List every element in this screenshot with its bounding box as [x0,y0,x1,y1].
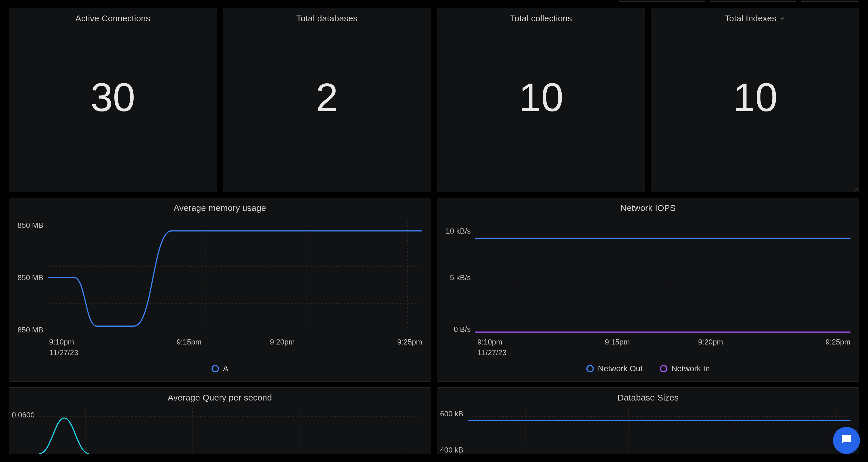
legend-item-a[interactable]: A [212,364,228,373]
stat-value: 10 [519,74,564,121]
stat-panel-total-indexes[interactable]: Total Indexes 10 [651,8,859,192]
stat-title: Active Connections [9,8,217,26]
chart-plot-iops[interactable] [475,222,850,334]
chart-title: Average memory usage [9,198,431,216]
y-axis: 600 kB 400 kB [440,408,468,454]
chat-icon [840,433,853,448]
legend-item-network-out[interactable]: Network Out [586,364,643,373]
chart-row-2: Average Query per second 0.0600 [9,387,859,454]
chart-panel-dbsize[interactable]: Database Sizes 600 kB 400 kB [437,387,859,454]
legend-swatch-icon [660,365,668,372]
y-axis: 10 kB/s 5 kB/s 0 B/s [446,222,475,334]
chart-panel-qps[interactable]: Average Query per second 0.0600 [9,387,431,454]
x-axis: 9:10pm11/27/23 9:15pm 9:20pm 9:25pm [446,338,850,357]
stat-value: 10 [733,74,778,121]
toolbar [9,0,859,2]
chat-button[interactable] [833,427,860,454]
x-axis: 9:10pm11/27/23 9:15pm 9:20pm 9:25pm [18,338,422,357]
chevron-down-icon[interactable] [779,15,785,22]
legend: Network Out Network In [446,357,850,381]
legend-swatch-icon [586,365,594,372]
stat-panel-total-collections[interactable]: Total collections 10 [437,8,645,192]
chart-plot-qps[interactable] [39,408,422,454]
chart-panel-memory[interactable]: Average memory usage 850 MB 850 MB 850 M… [9,198,431,382]
stat-value: 30 [91,74,135,121]
stat-panel-active-connections[interactable]: Active Connections 30 [9,8,217,192]
stat-panel-total-databases[interactable]: Total databases 2 [223,8,431,192]
toolbar-slot-2[interactable] [710,0,796,2]
chart-panel-iops[interactable]: Network IOPS 10 kB/s 5 kB/s 0 B/s [437,198,859,382]
chart-plot-memory[interactable] [48,222,422,334]
chart-title: Network IOPS [437,198,859,216]
stat-value: 2 [316,74,338,121]
chart-row-1: Average memory usage 850 MB 850 MB 850 M… [9,198,859,382]
y-axis: 850 MB 850 MB 850 MB [18,222,48,334]
chart-title: Database Sizes [437,388,859,405]
legend: A [18,357,422,381]
stat-title: Total collections [437,8,645,26]
stat-title: Total databases [223,8,431,26]
stat-row: Active Connections 30 Total databases 2 … [9,8,859,192]
toolbar-slot-1[interactable] [619,0,705,2]
toolbar-slot-3[interactable] [801,0,858,2]
y-axis: 0.0600 [12,408,39,454]
legend-item-network-in[interactable]: Network In [660,364,710,373]
resize-grip-icon[interactable] [855,187,859,192]
legend-swatch-icon [212,365,219,372]
chart-title: Average Query per second [9,388,431,405]
chart-plot-dbsize[interactable] [468,408,850,454]
stat-title[interactable]: Total Indexes [651,8,859,26]
